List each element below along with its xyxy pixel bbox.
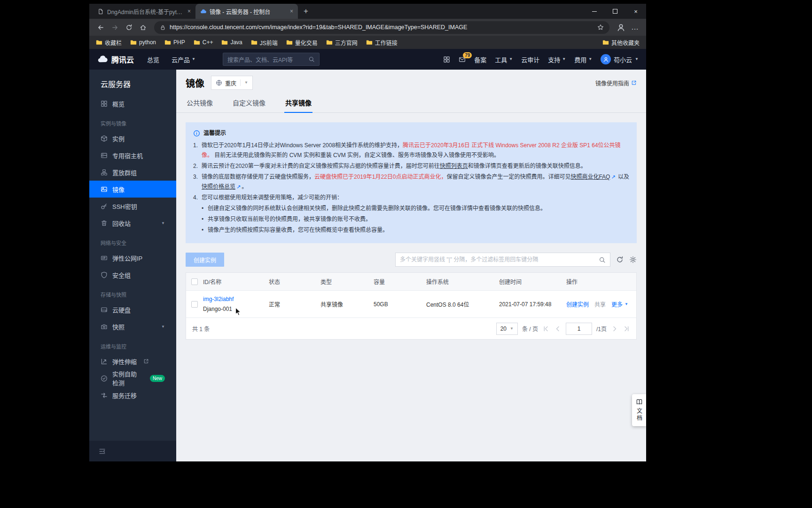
browser-menu-icon[interactable]: …: [628, 21, 641, 34]
tab-shared-images[interactable]: 共享镜像: [284, 95, 312, 113]
create-instance-button[interactable]: 创建实例: [186, 253, 224, 267]
sidebar-item-ssh-keys[interactable]: SSH密钥: [89, 198, 176, 214]
sidebar-item-dedicated-hosts[interactable]: 专用宿主机: [89, 147, 176, 164]
browser-tab-dngadmin[interactable]: DngAdmin后台系统-基于python ×: [93, 4, 195, 19]
nav-cloud-products[interactable]: 云产品▼: [172, 55, 195, 64]
sidebar-item-auto-scaling[interactable]: 弹性伸缩: [89, 353, 176, 370]
other-bookmarks[interactable]: 其他收藏夹: [602, 39, 640, 47]
window-close-button[interactable]: ×: [625, 4, 646, 19]
sidebar-item-security-groups[interactable]: 安全组: [89, 266, 176, 283]
sidebar-collapse-button[interactable]: [89, 441, 176, 461]
page-size-select[interactable]: 20▼: [496, 323, 518, 335]
total-count: 共 1 条: [192, 325, 210, 333]
messages-button[interactable]: 79: [459, 56, 466, 63]
apps-icon[interactable]: [443, 56, 450, 63]
row-more-menu[interactable]: 更多▼: [611, 300, 628, 308]
select-all-checkbox[interactable]: [191, 278, 198, 285]
sidebar-item-instances[interactable]: 实例: [89, 130, 176, 147]
nav-support[interactable]: 支持▼: [548, 55, 566, 64]
search-icon[interactable]: [599, 256, 606, 263]
bookmark-folder[interactable]: 量化交易: [286, 39, 318, 47]
docs-float-button[interactable]: 文档: [632, 394, 646, 426]
account-menu[interactable]: 苟小云 ▼: [601, 54, 639, 64]
back-icon[interactable]: [94, 21, 107, 34]
image-type: 共享镜像: [320, 300, 374, 308]
forward-icon[interactable]: [108, 21, 121, 34]
nav-beian[interactable]: 备案: [474, 55, 486, 64]
sidebar-item-placement-groups[interactable]: 置放群组: [89, 164, 176, 181]
reload-icon[interactable]: [122, 21, 135, 34]
settings-gear-icon[interactable]: [629, 256, 637, 263]
sidebar-item-snapshots[interactable]: 快照▼: [89, 318, 176, 335]
image-id-link[interactable]: img-3l2iabhf: [203, 296, 269, 302]
region-selector[interactable]: 重庆 ▼: [211, 76, 253, 90]
row-share-link[interactable]: 共享: [594, 300, 606, 308]
first-page-icon[interactable]: [542, 325, 550, 333]
browser-address-bar: https://console.cloud.tencent.com/cvm/im…: [89, 19, 646, 36]
bookmark-folder[interactable]: C++: [194, 39, 213, 46]
filter-search-input[interactable]: [400, 256, 595, 263]
image-capacity: 50GB: [374, 301, 426, 308]
last-page-icon[interactable]: [623, 325, 630, 333]
bookmark-folder[interactable]: 工作链接: [366, 39, 398, 47]
bookmark-folder[interactable]: JS前端: [251, 39, 278, 47]
new-tab-button[interactable]: +: [304, 7, 308, 16]
lock-icon: [160, 24, 166, 31]
main-content: 镜像 重庆 ▼ 镜像使用指南 公共镜像 自定义镜像 共享镜像: [176, 70, 646, 461]
page-number-input[interactable]: [566, 323, 592, 335]
bookmark-folder[interactable]: 收藏栏: [96, 39, 122, 47]
scale-icon: [101, 358, 108, 365]
sidebar-item-overview[interactable]: 概览: [89, 95, 176, 112]
filter-search-box: [395, 253, 610, 267]
inline-link[interactable]: 快照商业化FAQ: [570, 174, 610, 180]
ip-icon: [101, 254, 108, 262]
bookmark-folder[interactable]: Java: [221, 39, 242, 46]
tab-close-icon[interactable]: ×: [290, 8, 293, 15]
window-maximize-button[interactable]: [605, 4, 625, 19]
refresh-icon[interactable]: [616, 256, 624, 263]
tab-custom-images[interactable]: 自定义镜像: [232, 95, 266, 112]
image-guide-link[interactable]: 镜像使用指南: [595, 79, 637, 87]
bookmark-folder[interactable]: PHP: [164, 39, 185, 46]
table-row: img-3l2iabhf Django-001 正常 共享镜像 50GB Cen…: [186, 291, 636, 318]
sidebar-item-images[interactable]: 镜像: [89, 181, 176, 198]
console-search-input[interactable]: 搜索产品、文档、云API等: [223, 53, 320, 66]
notice-alert: 温馨提示 1.微软已于2020年1月14日停止对Windows Server 2…: [186, 122, 637, 243]
bookmark-folder[interactable]: 三方官网: [326, 39, 358, 47]
tab-public-images[interactable]: 公共镜像: [186, 95, 214, 112]
prev-page-icon[interactable]: [554, 325, 562, 333]
row-checkbox[interactable]: [191, 301, 198, 308]
nav-billing[interactable]: 费用▼: [574, 55, 592, 64]
message-count-badge: 79: [463, 52, 472, 58]
console-header: 腾讯云 总览 云产品▼ 搜索产品、文档、云API等 79 备案 工具▼ 云审计 …: [89, 49, 646, 70]
sidebar-item-eip[interactable]: 弹性公网IP: [89, 249, 176, 266]
inline-link[interactable]: 快照价格总览: [202, 183, 235, 190]
chevron-down-icon: ▼: [562, 57, 566, 61]
chevron-down-icon: ▼: [635, 57, 639, 61]
next-page-icon[interactable]: [611, 325, 618, 333]
chevron-down-icon: ▼: [192, 57, 195, 61]
browser-tab-images-console[interactable]: 镜像 - 云服务器 - 控制台 ×: [195, 4, 298, 19]
region-name: 重庆: [225, 79, 236, 87]
bookmark-folder[interactable]: python: [130, 39, 156, 46]
sidebar-item-cloud-disks[interactable]: 云硬盘: [89, 301, 176, 318]
nav-tools[interactable]: 工具▼: [495, 55, 513, 64]
tencent-cloud-logo[interactable]: 腾讯云: [97, 54, 134, 65]
nav-cloud-audit[interactable]: 云审计: [521, 55, 539, 64]
window-minimize-button[interactable]: [584, 4, 605, 19]
tab-close-icon[interactable]: ×: [187, 8, 191, 15]
external-link-icon: [631, 80, 637, 86]
sidebar-item-self-check[interactable]: 实例自助检测New: [89, 370, 176, 387]
row-create-instance-link[interactable]: 创建实例: [566, 300, 589, 308]
image-type-tabs: 公共镜像 自定义镜像 共享镜像: [176, 95, 646, 113]
bookmark-star-icon[interactable]: [597, 24, 604, 31]
external-link-icon[interactable]: ↗: [235, 184, 242, 190]
sidebar-item-recycle-bin[interactable]: 回收站▼: [89, 214, 176, 231]
home-icon[interactable]: [136, 21, 149, 34]
sidebar-item-service-migration[interactable]: 服务迁移: [89, 387, 176, 404]
inline-link[interactable]: 快照列表页: [440, 163, 468, 169]
external-link-icon[interactable]: ↗: [610, 174, 616, 180]
url-field[interactable]: https://console.cloud.tencent.com/cvm/im…: [154, 21, 609, 34]
nav-overview[interactable]: 总览: [147, 55, 159, 64]
browser-profile-icon[interactable]: [614, 21, 627, 34]
